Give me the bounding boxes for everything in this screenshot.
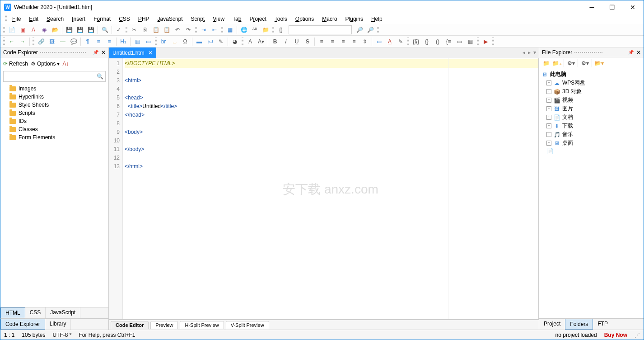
font-size-icon[interactable]: A▾ xyxy=(256,37,266,47)
tree-item[interactable]: Hyperlinks xyxy=(3,93,106,101)
maximize-button[interactable]: ☐ xyxy=(602,0,622,14)
form-icon[interactable]: ▭ xyxy=(143,37,153,47)
code-editor[interactable]: 12345678910111213 安下载 anxz.com <!DOCTYPE… xyxy=(109,58,539,320)
search-input[interactable] xyxy=(5,73,97,80)
align-left-icon[interactable]: ≡ xyxy=(317,37,327,47)
menu-css[interactable]: CSS xyxy=(115,15,134,23)
var-icon[interactable]: ▭ xyxy=(454,37,464,47)
menu-project[interactable]: Project xyxy=(246,15,270,23)
close-button[interactable]: ✕ xyxy=(622,0,643,14)
record-icon[interactable]: ▶ xyxy=(481,37,490,47)
hr-icon[interactable]: — xyxy=(58,37,68,47)
search-icon[interactable]: 🔍 xyxy=(100,25,110,35)
menu-php[interactable]: PHP xyxy=(135,15,153,23)
open-icon[interactable]: 📂 xyxy=(50,25,60,35)
strike-icon[interactable]: S xyxy=(303,37,313,47)
menu-help[interactable]: Help xyxy=(368,15,386,23)
align-justify-icon[interactable]: ≡ xyxy=(349,37,359,47)
expand-icon[interactable]: + xyxy=(546,106,551,111)
image-icon[interactable]: 🖼 xyxy=(47,37,57,47)
css-class-icon[interactable]: ▭ xyxy=(374,37,384,47)
font-icon[interactable]: A xyxy=(245,37,255,47)
valign-icon[interactable]: ⇳ xyxy=(360,37,370,47)
save-as-icon[interactable]: 💾 xyxy=(86,25,96,35)
menu-script[interactable]: Script xyxy=(187,15,209,23)
settings-icon[interactable]: ⚙▾ xyxy=(580,58,590,68)
menu-insert[interactable]: Insert xyxy=(68,15,89,23)
braces-icon[interactable]: {} xyxy=(276,25,286,35)
file-item-blank[interactable]: 📄 xyxy=(541,147,642,155)
expand-icon[interactable]: + xyxy=(546,132,551,137)
expand-icon[interactable]: + xyxy=(546,98,551,103)
save-all-icon[interactable]: 💾 xyxy=(75,25,85,35)
db-icon[interactable]: ▦ xyxy=(465,37,475,47)
expand-icon[interactable]: + xyxy=(546,141,551,146)
forward-icon[interactable]: → xyxy=(18,37,28,47)
file-tree-item[interactable]: +🖥桌面 xyxy=(541,139,642,147)
br-icon[interactable]: br xyxy=(159,37,168,47)
tag-icon[interactable]: 🏷 xyxy=(205,37,215,47)
tab-library[interactable]: Library xyxy=(45,319,71,330)
table-icon[interactable]: ▦ xyxy=(132,37,142,47)
align-center-icon[interactable]: ≡ xyxy=(327,37,337,47)
menu-macro[interactable]: Macro xyxy=(318,15,341,23)
tab-project[interactable]: Project xyxy=(539,319,565,330)
tab-ftp[interactable]: FTP xyxy=(593,319,612,330)
options-button[interactable]: ⚙Options▾ xyxy=(31,61,60,67)
tab-javascript[interactable]: JavaScript xyxy=(46,307,80,318)
outdent-icon[interactable]: ⇤ xyxy=(210,25,219,35)
folder-open-icon[interactable]: 📂▾ xyxy=(594,58,604,68)
redo-icon[interactable]: ↷ xyxy=(183,25,193,35)
selector-combo[interactable] xyxy=(289,25,352,34)
indent-icon[interactable]: ⇥ xyxy=(199,25,209,35)
nbsp-icon[interactable]: ⎵ xyxy=(169,37,179,47)
underline-icon[interactable]: U xyxy=(292,37,302,47)
expand-icon[interactable]: + xyxy=(546,89,551,94)
copy-icon[interactable]: ⎘ xyxy=(140,25,150,35)
resize-grip-icon[interactable]: ⋰ xyxy=(635,332,640,338)
browser-icon[interactable]: 🌐 xyxy=(239,25,249,35)
menu-edit[interactable]: Edit xyxy=(25,15,42,23)
echo-icon[interactable]: {≡ xyxy=(443,37,453,47)
italic-icon[interactable]: I xyxy=(281,37,291,47)
pin-icon[interactable]: 📌 xyxy=(93,50,98,55)
save-icon[interactable]: 💾 xyxy=(64,25,74,35)
menu-options[interactable]: Options xyxy=(292,15,317,23)
file-tree-root[interactable]: 🖥 此电脑 xyxy=(541,70,642,79)
tab-prev-icon[interactable]: ◂ xyxy=(523,49,525,56)
clipboard-icon[interactable]: 📋 xyxy=(162,25,172,35)
pin-icon[interactable]: 📌 xyxy=(628,50,634,55)
undo-icon[interactable]: ↶ xyxy=(173,25,182,35)
new-folder-icon[interactable]: 📁₊ xyxy=(552,58,562,68)
new-html-icon[interactable]: ▣ xyxy=(18,25,28,35)
view-options-icon[interactable]: ⚙▾ xyxy=(566,58,576,68)
panel-close-icon[interactable]: ✕ xyxy=(636,49,641,56)
tab-menu-icon[interactable]: ▾ xyxy=(533,49,536,56)
tab-code-explorer[interactable]: Code Explorer xyxy=(0,319,45,330)
expand-icon[interactable]: + xyxy=(546,115,551,120)
find-prev-icon[interactable]: 🔎 xyxy=(365,25,375,35)
refresh-folder-icon[interactable]: 📁 xyxy=(541,58,551,68)
close-icon[interactable]: ✕ xyxy=(148,50,153,56)
paste-icon[interactable]: 📋 xyxy=(151,25,161,35)
menu-javascript[interactable]: JavaScript xyxy=(154,15,187,23)
tab-vsplit[interactable]: V-Split Preview xyxy=(226,321,269,329)
menu-tools[interactable]: Tools xyxy=(271,15,291,23)
search-icon[interactable]: 🔍 xyxy=(97,73,103,80)
heading-icon[interactable]: H₁ xyxy=(118,37,128,47)
tab-css[interactable]: CSS xyxy=(25,307,46,318)
link-icon[interactable]: 🔗 xyxy=(36,37,46,47)
file-tree-item[interactable]: +📄文档 xyxy=(541,113,642,122)
spellcheck-icon[interactable]: ✓ xyxy=(114,25,124,35)
menu-search[interactable]: Search xyxy=(43,15,67,23)
picker-icon[interactable]: ✎ xyxy=(396,37,406,47)
paragraph-icon[interactable]: ¶ xyxy=(83,37,93,47)
file-tree-item[interactable]: +☁WPS网盘 xyxy=(541,79,642,87)
tab-html[interactable]: HTML xyxy=(0,307,25,318)
new-a-icon[interactable]: A xyxy=(28,25,38,35)
menu-plugins[interactable]: Plugins xyxy=(342,15,367,23)
tab-hsplit[interactable]: H-Split Preview xyxy=(180,321,224,329)
tree-item[interactable]: Style Sheets xyxy=(3,101,106,109)
buy-now-link[interactable]: Buy Now xyxy=(604,332,627,338)
cut-icon[interactable]: ✂ xyxy=(129,25,139,35)
